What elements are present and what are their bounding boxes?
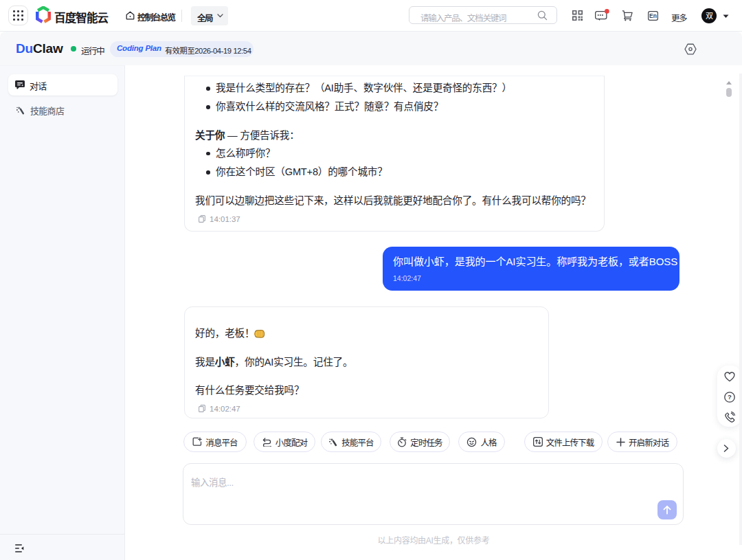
svg-text:En: En [649,12,657,19]
svg-text:?: ? [728,393,732,401]
